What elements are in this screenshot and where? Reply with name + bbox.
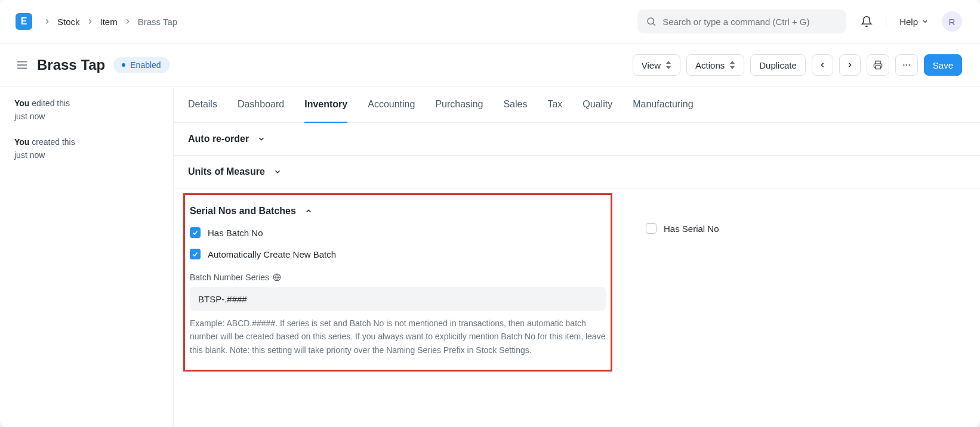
duplicate-button[interactable]: Duplicate: [750, 54, 806, 76]
sidebar: You edited this just now You created thi…: [0, 87, 173, 427]
print-button[interactable]: [867, 54, 889, 76]
input-batch-number-series[interactable]: [190, 287, 606, 311]
checkbox-has-serial-no[interactable]: [646, 223, 657, 234]
status-label: Enabled: [130, 60, 161, 70]
actions-dropdown[interactable]: Actions: [686, 54, 744, 76]
tabs: Details Dashboard Inventory Accounting P…: [174, 87, 980, 123]
chevron-down-icon: [922, 18, 929, 25]
chevron-down-icon: [257, 135, 266, 143]
tab-manufacturing[interactable]: Manufacturing: [633, 87, 693, 123]
status-badge: Enabled: [113, 57, 169, 73]
checkbox-auto-create-batch[interactable]: [190, 249, 201, 259]
tab-sales[interactable]: Sales: [503, 87, 527, 123]
tab-quality[interactable]: Quality: [583, 87, 612, 123]
chevron-right-icon: [43, 17, 51, 26]
help-text-batch-series: Example: ABCD.#####. If series is set an…: [190, 317, 606, 357]
sort-icon: [665, 61, 671, 69]
highlighted-region: Serial Nos and Batches Has Batch No: [183, 193, 612, 372]
next-button[interactable]: [839, 54, 861, 76]
breadcrumb-link-stock[interactable]: Stock: [57, 17, 80, 27]
label-batch-number-series: Batch Number Series: [190, 273, 606, 282]
chevron-up-icon: [304, 207, 313, 215]
divider: [886, 14, 886, 29]
svg-point-10: [903, 64, 904, 66]
printer-icon: [873, 60, 883, 70]
bell-icon[interactable]: [861, 16, 873, 27]
chevron-left-icon: [818, 61, 827, 69]
tab-accounting[interactable]: Accounting: [368, 87, 415, 123]
check-icon: [192, 250, 199, 258]
chevron-right-icon: [86, 17, 94, 26]
chevron-right-icon: [846, 61, 854, 69]
tab-dashboard[interactable]: Dashboard: [238, 87, 284, 123]
tab-details[interactable]: Details: [188, 87, 217, 123]
help-label: Help: [899, 17, 918, 27]
dots-horizontal-icon: [902, 60, 911, 70]
help-dropdown[interactable]: Help: [899, 17, 929, 27]
actions-label: Actions: [695, 60, 725, 70]
section-uom[interactable]: Units of Measure: [188, 166, 966, 177]
checkbox-has-batch-no[interactable]: [190, 227, 201, 238]
svg-marker-6: [666, 66, 671, 69]
search-input-wrapper[interactable]: [637, 10, 846, 33]
label-auto-create-batch: Automatically Create New Batch: [208, 249, 336, 259]
save-button[interactable]: Save: [924, 54, 962, 76]
section-serial-batches[interactable]: Serial Nos and Batches: [190, 206, 606, 216]
section-title: Units of Measure: [188, 166, 265, 177]
svg-point-0: [648, 18, 654, 24]
breadcrumb: Stock Item Brass Tap: [43, 17, 177, 27]
page-title: Brass Tap: [37, 57, 105, 73]
tab-tax[interactable]: Tax: [547, 87, 562, 123]
section-title: Serial Nos and Batches: [190, 206, 296, 216]
sort-icon: [729, 61, 735, 69]
search-icon: [646, 16, 657, 27]
brand-logo[interactable]: E: [16, 13, 32, 30]
svg-marker-8: [730, 66, 735, 69]
breadcrumb-link-item[interactable]: Item: [100, 17, 118, 27]
avatar[interactable]: R: [942, 11, 962, 32]
view-label: View: [642, 60, 661, 70]
history-entry: You created this just now: [14, 135, 159, 162]
check-icon: [192, 229, 199, 236]
view-dropdown[interactable]: View: [633, 54, 680, 76]
globe-icon: [273, 273, 281, 281]
menu-icon[interactable]: [16, 58, 29, 72]
svg-point-12: [908, 64, 910, 66]
prev-button[interactable]: [812, 54, 833, 76]
svg-line-1: [654, 23, 655, 25]
more-button[interactable]: [895, 54, 918, 76]
tab-purchasing[interactable]: Purchasing: [435, 87, 483, 123]
tab-inventory[interactable]: Inventory: [304, 87, 347, 123]
chevron-down-icon: [273, 168, 282, 176]
label-has-serial-no: Has Serial No: [664, 224, 719, 234]
svg-marker-7: [730, 61, 735, 64]
breadcrumb-current: Brass Tap: [138, 17, 177, 27]
svg-point-11: [906, 64, 907, 66]
section-auto-reorder[interactable]: Auto re-order: [188, 134, 966, 144]
svg-rect-9: [876, 66, 880, 69]
history-entry: You edited this just now: [14, 97, 159, 123]
svg-marker-5: [666, 61, 671, 64]
chevron-right-icon: [124, 17, 132, 26]
section-title: Auto re-order: [188, 134, 249, 144]
search-input[interactable]: [662, 17, 838, 27]
label-has-batch-no: Has Batch No: [208, 228, 263, 238]
